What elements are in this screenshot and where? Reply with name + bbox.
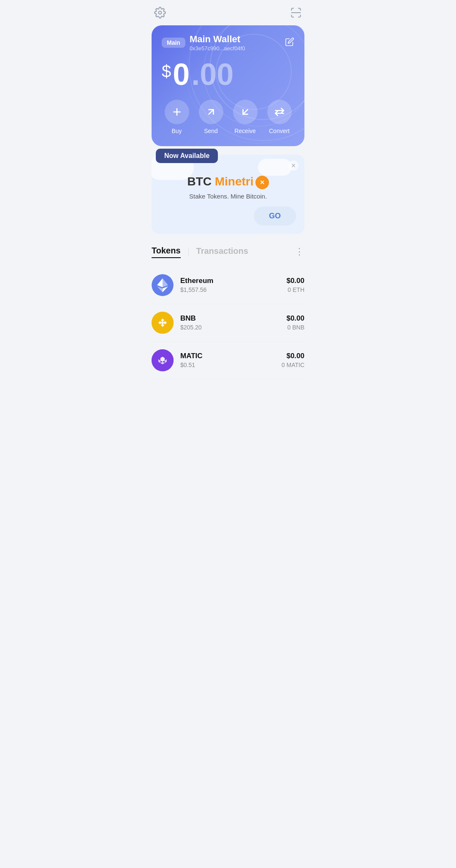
- tab-separator: [188, 248, 189, 256]
- promo-banner-card: × BTC Minetri✕ Stake Tokens. Mine Bitcoi…: [152, 155, 304, 234]
- wallet-card: Main Main Wallet 0x3e57c990...aecf04f0 $…: [152, 25, 304, 146]
- banner-title-btc: BTC: [187, 175, 212, 188]
- matic-balance: $0.00 0 MATIC: [282, 352, 304, 368]
- banner-go-button[interactable]: GO: [254, 207, 296, 226]
- eth-info: Ethereum $1,557.56: [180, 277, 286, 293]
- svg-point-0: [159, 11, 162, 14]
- edit-icon[interactable]: [285, 37, 294, 49]
- main-badge: Main: [162, 38, 185, 48]
- bnb-name: BNB: [180, 314, 286, 323]
- banner-title-icon: ✕: [255, 176, 269, 189]
- bnb-info: BNB $205.20: [180, 314, 286, 331]
- token-item-bnb[interactable]: BNB $205.20 $0.00 0 BNB: [152, 304, 304, 342]
- banner-title: BTC Minetri✕: [160, 175, 296, 189]
- receive-button[interactable]: Receive: [230, 100, 260, 134]
- eth-name: Ethereum: [180, 277, 286, 285]
- scan-icon[interactable]: [290, 7, 302, 21]
- bnb-icon: [152, 312, 174, 334]
- balance-display: $ 0 .00: [162, 59, 294, 90]
- bnb-value: $0.00: [286, 314, 304, 323]
- svg-line-4: [209, 110, 213, 114]
- svg-line-5: [243, 110, 247, 114]
- banner-content: BTC Minetri✕ Stake Tokens. Mine Bitcoin.…: [160, 175, 296, 200]
- matic-icon: [152, 349, 174, 371]
- bnb-amount: 0 BNB: [286, 324, 304, 331]
- wallet-name: Main Wallet: [190, 34, 245, 45]
- eth-amount: 0 ETH: [286, 286, 304, 293]
- eth-balance: $0.00 0 ETH: [286, 277, 304, 293]
- token-item-matic[interactable]: MATIC $0.51 $0.00 0 MATIC: [152, 342, 304, 379]
- convert-button[interactable]: Convert: [264, 100, 294, 134]
- token-list: Ethereum $1,557.56 $0.00 0 ETH: [152, 267, 304, 379]
- balance-whole: 0: [173, 59, 190, 90]
- cloud-decoration-right: [258, 159, 292, 176]
- convert-icon-circle: [267, 100, 292, 124]
- banner-subtitle: Stake Tokens. Mine Bitcoin.: [160, 193, 296, 200]
- convert-label: Convert: [269, 128, 290, 134]
- token-item-eth[interactable]: Ethereum $1,557.56 $0.00 0 ETH: [152, 267, 304, 304]
- matic-amount: 0 MATIC: [282, 362, 304, 368]
- send-button[interactable]: Send: [196, 100, 226, 134]
- promo-banner-container: Now Available × BTC Minetri✕ Stake Token…: [152, 155, 304, 234]
- tab-tokens[interactable]: Tokens: [152, 246, 181, 258]
- buy-icon-circle: [165, 100, 189, 124]
- tabs-section: Tokens Transactions ⋮ Ethereum $1,557.56: [152, 246, 304, 379]
- buy-button[interactable]: Buy: [162, 100, 192, 134]
- bnb-balance: $0.00 0 BNB: [286, 314, 304, 331]
- tab-transactions[interactable]: Transactions: [196, 246, 248, 258]
- receive-icon-circle: [233, 100, 258, 124]
- tabs-header: Tokens Transactions ⋮: [152, 246, 304, 258]
- close-banner-button[interactable]: ×: [288, 161, 299, 171]
- currency-symbol: $: [162, 63, 171, 79]
- more-options-icon[interactable]: ⋮: [295, 246, 304, 257]
- balance-decimal: .00: [191, 59, 233, 90]
- bnb-price: $205.20: [180, 324, 286, 331]
- svg-point-19: [161, 321, 164, 324]
- now-available-tag: Now Available: [156, 149, 218, 163]
- matic-name: MATIC: [180, 352, 282, 360]
- receive-label: Receive: [234, 128, 256, 134]
- settings-icon[interactable]: [154, 7, 166, 21]
- matic-info: MATIC $0.51: [180, 352, 282, 368]
- eth-icon: [152, 274, 174, 296]
- wallet-address: 0x3e57c990...aecf04f0: [190, 45, 245, 52]
- wallet-header: Main Main Wallet 0x3e57c990...aecf04f0: [162, 34, 294, 52]
- action-buttons: Buy Send Receive: [162, 100, 294, 134]
- top-bar: [146, 0, 310, 25]
- eth-value: $0.00: [286, 277, 304, 285]
- buy-label: Buy: [171, 128, 182, 134]
- eth-price: $1,557.56: [180, 286, 286, 293]
- send-label: Send: [204, 128, 218, 134]
- matic-value: $0.00: [282, 352, 304, 360]
- banner-title-colored: Minetri: [215, 175, 254, 188]
- matic-price: $0.51: [180, 362, 282, 368]
- send-icon-circle: [199, 100, 223, 124]
